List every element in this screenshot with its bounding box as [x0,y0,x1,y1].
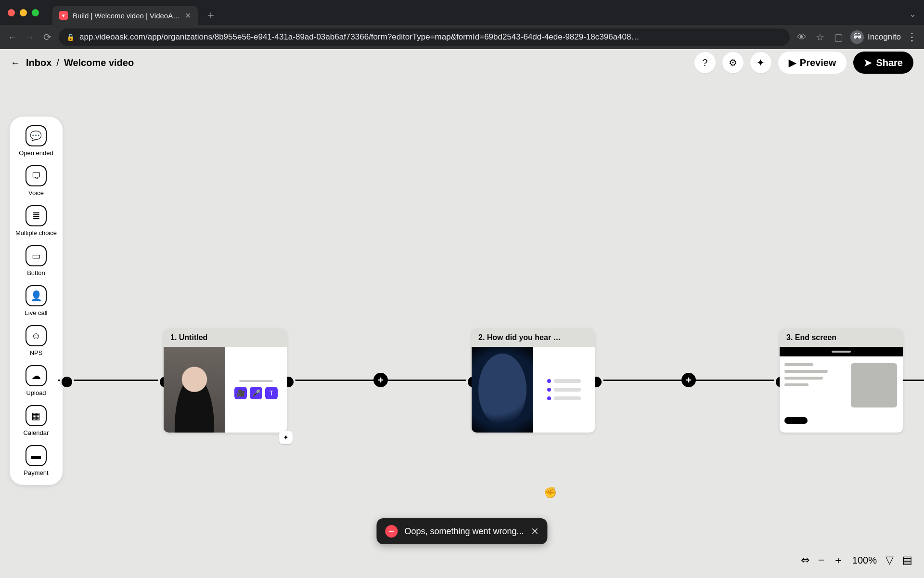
node-title: 1. Untitled [164,328,287,347]
zoom-in-button[interactable]: ＋ [833,553,844,567]
tab-favicon-icon: ▾ [59,11,68,20]
address-bar[interactable]: 🔒 app.videoask.com/app/organizations/8b9… [59,28,790,46]
panel-icon[interactable]: ▢ [832,31,845,43]
browser-menu-icon[interactable]: ⋮ [907,31,917,43]
node-title: 2. How did you hear … [472,328,595,347]
toast-message: Oops, something went wrong... [404,526,524,537]
cursor-grab-icon: ✊ [544,486,557,499]
app-root: ← Inbox / Welcome video ? ⚙ ✦ ▶ Preview … [0,49,924,578]
layout-grid-icon[interactable]: ▤ [902,554,912,566]
zoom-value: 100% [852,555,877,566]
choice-placeholder [554,396,581,400]
fit-width-icon[interactable]: ⇔ [801,554,809,566]
new-tab-button[interactable]: ＋ [205,8,216,22]
flow-port[interactable] [60,375,74,389]
window-minimize-icon[interactable] [20,9,27,16]
filter-icon[interactable]: ▽ [886,554,894,566]
browser-tab-strip: ▾ Build | Welcome video | VideoA… ✕ ＋ ⌄ [0,0,924,25]
choice-bullet-icon [547,396,551,400]
placeholder-line [239,380,273,382]
node-thumbnail [164,347,225,433]
star-icon[interactable]: ☆ [814,31,826,43]
end-screen-text-preview [780,356,845,414]
node-ai-badge[interactable]: ✦ [279,431,293,444]
zoom-out-button[interactable]: − [818,554,824,566]
toast-close-button[interactable]: ✕ [531,525,539,537]
canvas-zoom-controls: ⇔ − ＋ 100% ▽ ▤ [801,553,912,567]
node-answer-preview [533,347,595,433]
browser-toolbar: ← → ⟳ 🔒 app.videoask.com/app/organizatio… [0,25,924,49]
eye-off-icon[interactable]: 👁 [796,32,808,43]
end-screen-bar [780,347,903,356]
end-screen-cta-preview [784,417,808,424]
tab-title: Build | Welcome video | VideoA… [73,12,180,20]
error-toast: – Oops, something went wrong... ✕ [376,518,547,544]
audio-answer-icon: 🎤 [250,387,262,399]
flow-node-3-end[interactable]: 3. End screen [780,328,903,433]
choice-placeholder [554,379,581,383]
node-thumbnail [472,347,533,433]
browser-tab[interactable]: ▾ Build | Welcome video | VideoA… ✕ [52,6,198,25]
end-screen-media-preview [851,363,897,407]
incognito-icon: 🕶 [850,30,864,44]
nav-forward-icon[interactable]: → [24,32,36,43]
error-icon: – [385,525,398,538]
video-answer-icon: 🎥 [234,387,247,399]
tab-close-icon[interactable]: ✕ [185,11,191,20]
nav-reload-icon[interactable]: ⟳ [41,31,53,43]
flow-node-1[interactable]: 1. Untitled 🎥 🎤 T [164,328,287,433]
add-step-button[interactable]: + [681,373,696,387]
window-controls [8,9,39,16]
add-step-button[interactable]: + [373,373,388,387]
node-title: 3. End screen [780,328,903,347]
window-close-icon[interactable] [8,9,15,16]
lock-icon: 🔒 [66,33,75,41]
choice-placeholder [554,388,581,392]
text-answer-icon: T [265,387,278,399]
tab-overflow-icon[interactable]: ⌄ [909,9,916,19]
nav-back-icon[interactable]: ← [7,32,18,43]
node-answer-preview: 🎥 🎤 T [225,347,287,433]
flow-node-2[interactable]: 2. How did you hear … [472,328,595,433]
flow-canvas[interactable]: + + 1. Untitled 🎥 🎤 T ✦ 2. [0,49,924,578]
url-text: app.videoask.com/app/organizations/8b955… [79,32,782,42]
profile-incognito[interactable]: 🕶 Incognito [850,30,901,44]
incognito-label: Incognito [868,32,901,42]
window-zoom-icon[interactable] [32,9,39,16]
choice-bullet-icon [547,379,551,383]
choice-bullet-icon [547,388,551,392]
